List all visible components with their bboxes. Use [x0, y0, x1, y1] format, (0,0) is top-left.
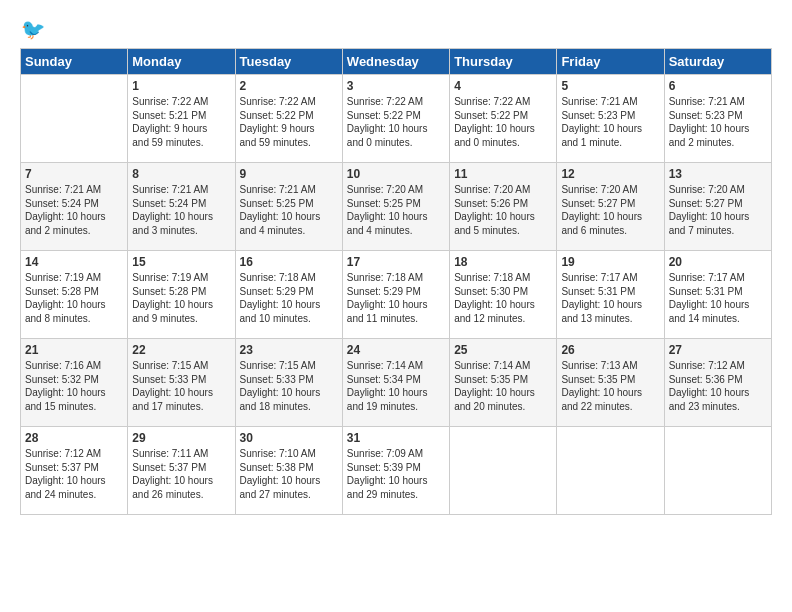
day-number: 8 [132, 167, 230, 181]
calendar-cell [21, 75, 128, 163]
cell-info: Sunrise: 7:16 AMSunset: 5:32 PMDaylight:… [25, 359, 123, 413]
day-number: 26 [561, 343, 659, 357]
calendar-cell: 3Sunrise: 7:22 AMSunset: 5:22 PMDaylight… [342, 75, 449, 163]
daylight-text2: and 20 minutes. [454, 400, 552, 414]
calendar-cell: 17Sunrise: 7:18 AMSunset: 5:29 PMDayligh… [342, 251, 449, 339]
cell-info: Sunrise: 7:15 AMSunset: 5:33 PMDaylight:… [240, 359, 338, 413]
daylight-text2: and 19 minutes. [347, 400, 445, 414]
calendar-cell: 28Sunrise: 7:12 AMSunset: 5:37 PMDayligh… [21, 427, 128, 515]
day-number: 6 [669, 79, 767, 93]
sunrise-text: Sunrise: 7:12 AM [25, 447, 123, 461]
sunset-text: Sunset: 5:31 PM [669, 285, 767, 299]
daylight-text2: and 6 minutes. [561, 224, 659, 238]
daylight-text: Daylight: 10 hours [25, 474, 123, 488]
sunset-text: Sunset: 5:30 PM [454, 285, 552, 299]
sunset-text: Sunset: 5:35 PM [454, 373, 552, 387]
daylight-text: Daylight: 10 hours [669, 298, 767, 312]
sunrise-text: Sunrise: 7:20 AM [561, 183, 659, 197]
calendar-cell: 11Sunrise: 7:20 AMSunset: 5:26 PMDayligh… [450, 163, 557, 251]
cell-info: Sunrise: 7:20 AMSunset: 5:27 PMDaylight:… [669, 183, 767, 237]
calendar-cell: 8Sunrise: 7:21 AMSunset: 5:24 PMDaylight… [128, 163, 235, 251]
cell-info: Sunrise: 7:13 AMSunset: 5:35 PMDaylight:… [561, 359, 659, 413]
sunrise-text: Sunrise: 7:19 AM [25, 271, 123, 285]
calendar-cell: 5Sunrise: 7:21 AMSunset: 5:23 PMDaylight… [557, 75, 664, 163]
daylight-text: Daylight: 10 hours [347, 386, 445, 400]
sunset-text: Sunset: 5:28 PM [132, 285, 230, 299]
sunrise-text: Sunrise: 7:21 AM [25, 183, 123, 197]
cell-info: Sunrise: 7:21 AMSunset: 5:23 PMDaylight:… [669, 95, 767, 149]
col-saturday: Saturday [664, 49, 771, 75]
day-number: 19 [561, 255, 659, 269]
calendar-cell: 15Sunrise: 7:19 AMSunset: 5:28 PMDayligh… [128, 251, 235, 339]
sunrise-text: Sunrise: 7:10 AM [240, 447, 338, 461]
sunset-text: Sunset: 5:37 PM [25, 461, 123, 475]
cell-info: Sunrise: 7:18 AMSunset: 5:30 PMDaylight:… [454, 271, 552, 325]
daylight-text2: and 11 minutes. [347, 312, 445, 326]
cell-info: Sunrise: 7:17 AMSunset: 5:31 PMDaylight:… [669, 271, 767, 325]
calendar-cell: 19Sunrise: 7:17 AMSunset: 5:31 PMDayligh… [557, 251, 664, 339]
sunrise-text: Sunrise: 7:21 AM [561, 95, 659, 109]
col-tuesday: Tuesday [235, 49, 342, 75]
daylight-text2: and 12 minutes. [454, 312, 552, 326]
daylight-text: Daylight: 10 hours [669, 386, 767, 400]
daylight-text: Daylight: 10 hours [132, 474, 230, 488]
day-number: 28 [25, 431, 123, 445]
daylight-text2: and 7 minutes. [669, 224, 767, 238]
day-number: 11 [454, 167, 552, 181]
sunset-text: Sunset: 5:32 PM [25, 373, 123, 387]
daylight-text: Daylight: 10 hours [669, 122, 767, 136]
calendar-cell: 12Sunrise: 7:20 AMSunset: 5:27 PMDayligh… [557, 163, 664, 251]
sunrise-text: Sunrise: 7:18 AM [347, 271, 445, 285]
sunset-text: Sunset: 5:27 PM [561, 197, 659, 211]
day-number: 29 [132, 431, 230, 445]
daylight-text: Daylight: 9 hours [240, 122, 338, 136]
day-number: 2 [240, 79, 338, 93]
svg-text:🐦: 🐦 [21, 17, 46, 41]
cell-info: Sunrise: 7:09 AMSunset: 5:39 PMDaylight:… [347, 447, 445, 501]
calendar-cell: 6Sunrise: 7:21 AMSunset: 5:23 PMDaylight… [664, 75, 771, 163]
sunset-text: Sunset: 5:21 PM [132, 109, 230, 123]
sunset-text: Sunset: 5:31 PM [561, 285, 659, 299]
daylight-text: Daylight: 10 hours [669, 210, 767, 224]
daylight-text: Daylight: 10 hours [561, 298, 659, 312]
daylight-text2: and 10 minutes. [240, 312, 338, 326]
daylight-text2: and 0 minutes. [454, 136, 552, 150]
daylight-text2: and 1 minute. [561, 136, 659, 150]
sunset-text: Sunset: 5:22 PM [454, 109, 552, 123]
daylight-text: Daylight: 10 hours [454, 298, 552, 312]
cell-info: Sunrise: 7:22 AMSunset: 5:21 PMDaylight:… [132, 95, 230, 149]
daylight-text: Daylight: 10 hours [347, 122, 445, 136]
calendar-cell: 21Sunrise: 7:16 AMSunset: 5:32 PMDayligh… [21, 339, 128, 427]
daylight-text2: and 59 minutes. [132, 136, 230, 150]
sunrise-text: Sunrise: 7:13 AM [561, 359, 659, 373]
day-number: 13 [669, 167, 767, 181]
cell-info: Sunrise: 7:21 AMSunset: 5:24 PMDaylight:… [132, 183, 230, 237]
calendar-cell: 20Sunrise: 7:17 AMSunset: 5:31 PMDayligh… [664, 251, 771, 339]
cell-info: Sunrise: 7:22 AMSunset: 5:22 PMDaylight:… [240, 95, 338, 149]
calendar-week-row: 7Sunrise: 7:21 AMSunset: 5:24 PMDaylight… [21, 163, 772, 251]
sunset-text: Sunset: 5:23 PM [669, 109, 767, 123]
sunrise-text: Sunrise: 7:21 AM [132, 183, 230, 197]
daylight-text2: and 4 minutes. [240, 224, 338, 238]
cell-info: Sunrise: 7:12 AMSunset: 5:36 PMDaylight:… [669, 359, 767, 413]
cell-info: Sunrise: 7:15 AMSunset: 5:33 PMDaylight:… [132, 359, 230, 413]
sunset-text: Sunset: 5:27 PM [669, 197, 767, 211]
day-number: 3 [347, 79, 445, 93]
logo: 🐦 [20, 16, 52, 44]
cell-info: Sunrise: 7:21 AMSunset: 5:23 PMDaylight:… [561, 95, 659, 149]
calendar-cell: 9Sunrise: 7:21 AMSunset: 5:25 PMDaylight… [235, 163, 342, 251]
calendar-cell: 31Sunrise: 7:09 AMSunset: 5:39 PMDayligh… [342, 427, 449, 515]
daylight-text2: and 23 minutes. [669, 400, 767, 414]
calendar-cell: 16Sunrise: 7:18 AMSunset: 5:29 PMDayligh… [235, 251, 342, 339]
cell-info: Sunrise: 7:22 AMSunset: 5:22 PMDaylight:… [454, 95, 552, 149]
day-number: 5 [561, 79, 659, 93]
daylight-text2: and 14 minutes. [669, 312, 767, 326]
sunset-text: Sunset: 5:22 PM [240, 109, 338, 123]
sunrise-text: Sunrise: 7:15 AM [240, 359, 338, 373]
sunrise-text: Sunrise: 7:12 AM [669, 359, 767, 373]
daylight-text: Daylight: 10 hours [561, 386, 659, 400]
daylight-text: Daylight: 10 hours [240, 298, 338, 312]
sunset-text: Sunset: 5:34 PM [347, 373, 445, 387]
daylight-text2: and 15 minutes. [25, 400, 123, 414]
sunrise-text: Sunrise: 7:17 AM [561, 271, 659, 285]
